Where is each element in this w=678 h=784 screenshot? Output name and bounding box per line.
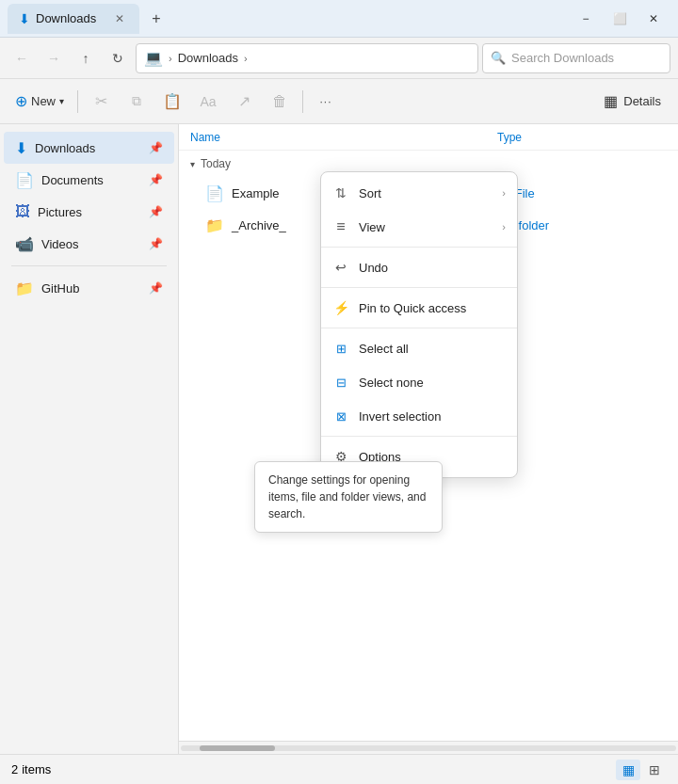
rename-icon: Aa [200,94,216,109]
column-name[interactable]: Name [179,131,490,144]
view-details-icon: ▦ [622,762,635,777]
menu-separator-2 [321,287,517,288]
close-button[interactable]: ✕ [637,5,670,33]
back-button[interactable]: ← [8,44,36,72]
file-icon-example: 📄 [205,184,226,202]
refresh-icon: ↻ [112,51,123,66]
item-count: 2 [11,762,18,776]
new-button[interactable]: ⊕ New ▾ [8,85,72,119]
delete-button[interactable]: 🗑 [263,85,297,119]
view-icon: ≡ [332,218,349,235]
address-chevron-2: › [244,53,248,64]
undo-icon: ↩ [332,260,349,275]
sidebar-item-pictures[interactable]: 🖼 Pictures 📌 [4,196,174,228]
pin-icon-pictures: 📌 [149,205,163,218]
tab-close-button[interactable]: ✕ [111,10,128,27]
cut-icon: ✂ [95,92,107,110]
file-type-archive: File folder [495,218,678,232]
up-icon: ↑ [83,51,89,66]
menu-separator-1 [321,247,517,248]
minimize-button[interactable]: − [569,5,603,33]
view-tiles-icon: ⊞ [649,762,660,777]
new-tab-button[interactable]: + [143,6,170,32]
view-details-button[interactable]: ▦ [616,760,640,780]
menu-item-sort[interactable]: ⇅ Sort › [321,176,517,210]
address-bar[interactable]: 💻 › Downloads › [136,43,478,73]
menu-label-undo: Undo [359,261,388,275]
menu-label-view: View [359,220,385,234]
new-label: New [31,94,56,108]
cut-button[interactable]: ✂ [84,85,118,119]
toolbar: ⊕ New ▾ ✂ ⧉ 📋 Aa ↗ 🗑 ··· ▦ Details [0,79,678,124]
tab-download-icon: ⬇ [19,11,30,26]
title-bar: ⬇ Downloads ✕ + − ⬜ ✕ [0,0,678,38]
details-button[interactable]: ▦ Details [594,85,670,119]
group-label-today: Today [201,157,231,170]
status-info: 2 items [11,762,51,776]
share-button[interactable]: ↗ [227,85,261,119]
search-box[interactable]: 🔍 Search Downloads [482,43,670,73]
details-label: Details [623,94,661,108]
pin-icon-downloads: 📌 [149,141,163,154]
details-icon: ▦ [604,92,618,110]
menu-item-select-all[interactable]: ⊞ Select all [321,331,517,365]
menu-item-undo[interactable]: ↩ Undo [321,250,517,284]
sidebar-item-label-github: GitHub [41,281,79,296]
address-chevron-1: › [169,53,172,64]
invert-icon: ⊠ [332,409,349,424]
horizontal-scrollbar[interactable] [179,741,678,754]
toolbar-separator-1 [77,90,78,113]
column-type[interactable]: Type [490,131,678,144]
tooltip-text: Change settings for opening items, file … [268,473,426,520]
context-menu: ⇅ Sort › ≡ View › ↩ Undo ⚡ Pin to Quick … [320,171,518,478]
address-location: Downloads [178,51,238,65]
documents-folder-icon: 📄 [15,171,34,189]
scrollbar-thumb[interactable] [200,745,275,751]
view-arrow-icon: › [502,221,506,232]
menu-item-select-none[interactable]: ⊟ Select none [321,365,517,399]
scrollbar-track [181,745,676,751]
more-button[interactable]: ··· [309,85,343,119]
sort-arrow-icon: › [502,187,506,199]
paste-icon: 📋 [163,92,182,110]
status-bar: 2 items ▦ ⊞ [0,754,678,784]
tab-title: Downloads [36,11,96,25]
up-button[interactable]: ↑ [72,44,100,72]
sidebar-item-downloads[interactable]: ⬇ Downloads 📌 [4,132,174,164]
menu-item-pin[interactable]: ⚡ Pin to Quick access [321,291,517,325]
search-icon: 🔍 [491,51,506,65]
file-list-header: Name Type [179,124,678,151]
github-folder-icon: 📁 [15,280,34,297]
menu-separator-4 [321,436,517,437]
more-icon: ··· [320,95,332,108]
copy-button[interactable]: ⧉ [120,85,153,119]
search-placeholder: Search Downloads [511,51,614,65]
items-label: items [22,762,51,776]
file-icon-archive: 📁 [205,216,226,234]
sidebar-item-github[interactable]: 📁 GitHub 📌 [4,272,174,304]
tab-downloads[interactable]: ⬇ Downloads ✕ [8,4,139,34]
menu-label-select-all: Select all [359,342,409,356]
share-icon: ↗ [238,92,250,110]
sidebar-item-videos[interactable]: 📹 Videos 📌 [4,228,174,260]
sidebar-item-label-downloads: Downloads [35,141,95,155]
sidebar-divider [11,265,167,266]
view-tiles-button[interactable]: ⊞ [642,760,667,780]
refresh-button[interactable]: ↻ [104,44,132,72]
sidebar-item-label-videos: Videos [41,237,79,251]
menu-item-view[interactable]: ≡ View › [321,210,517,244]
sidebar-item-label-documents: Documents [41,173,104,187]
forward-button[interactable]: → [40,44,68,72]
options-tooltip: Change settings for opening items, file … [254,461,443,533]
group-chevron-icon: ▾ [190,159,195,169]
computer-icon: 💻 [144,49,163,67]
sidebar-item-documents[interactable]: 📄 Documents 📌 [4,164,174,196]
paste-button[interactable]: 📋 [155,85,189,119]
sort-icon: ⇅ [332,185,349,200]
menu-label-select-none: Select none [359,376,424,390]
maximize-button[interactable]: ⬜ [603,5,637,33]
back-icon: ← [15,51,28,66]
rename-button[interactable]: Aa [191,85,225,119]
downloads-folder-icon: ⬇ [15,139,27,157]
menu-item-invert[interactable]: ⊠ Invert selection [321,399,517,433]
